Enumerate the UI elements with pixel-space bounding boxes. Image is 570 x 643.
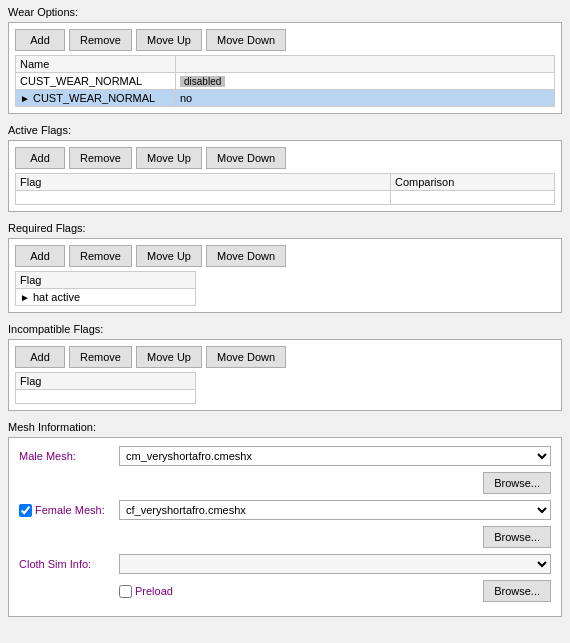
- cloth-sim-select[interactable]: [119, 554, 551, 574]
- incompatible-add-button[interactable]: Add: [15, 346, 65, 368]
- incompatible-remove-button[interactable]: Remove: [69, 346, 132, 368]
- wear-remove-button[interactable]: Remove: [69, 29, 132, 51]
- preload-checkbox[interactable]: [119, 585, 132, 598]
- wear-options-toolbar: Add Remove Move Up Move Down: [15, 29, 555, 51]
- incompatible-flags-toolbar: Add Remove Move Up Move Down: [15, 346, 555, 368]
- active-flags-table: Flag Comparison: [15, 173, 555, 205]
- required-col-flag: Flag: [16, 272, 196, 289]
- wear-options-label: Wear Options:: [8, 6, 562, 18]
- wear-moveup-button[interactable]: Move Up: [136, 29, 202, 51]
- incompatible-moveup-button[interactable]: Move Up: [136, 346, 202, 368]
- wear-options-section: Add Remove Move Up Move Down Name CUST_W…: [8, 22, 562, 114]
- female-browse-button[interactable]: Browse...: [483, 526, 551, 548]
- wear-row1-name: CUST_WEAR_NORMAL: [16, 73, 176, 90]
- incompatible-movedown-button[interactable]: Move Down: [206, 346, 286, 368]
- preload-browse-button[interactable]: Browse...: [483, 580, 551, 602]
- preload-label-text: Preload: [135, 585, 173, 597]
- required-flags-table: Flag ► hat active: [15, 271, 196, 306]
- male-mesh-select[interactable]: cm_veryshortafro.cmeshx: [119, 446, 551, 466]
- table-row[interactable]: ► hat active: [16, 289, 196, 306]
- required-row1-flag: ► hat active: [16, 289, 196, 306]
- female-mesh-select[interactable]: cf_veryshortafro.cmeshx: [119, 500, 551, 520]
- required-moveup-button[interactable]: Move Up: [136, 245, 202, 267]
- required-remove-button[interactable]: Remove: [69, 245, 132, 267]
- incompatible-flags-label: Incompatible Flags:: [8, 323, 562, 335]
- female-label-text: Female Mesh:: [35, 504, 105, 516]
- wear-add-button[interactable]: Add: [15, 29, 65, 51]
- required-flags-label: Required Flags:: [8, 222, 562, 234]
- wear-row1-status: disabled: [176, 73, 555, 90]
- female-mesh-checkbox[interactable]: [19, 504, 32, 517]
- wear-row2-arrow-name: ► CUST_WEAR_NORMAL: [16, 90, 176, 107]
- active-movedown-button[interactable]: Move Down: [206, 147, 286, 169]
- required-flags-toolbar: Add Remove Move Up Move Down: [15, 245, 555, 267]
- wear-row2-status: no: [176, 90, 555, 107]
- female-mesh-label: Female Mesh:: [19, 504, 119, 517]
- table-row: [16, 390, 196, 404]
- incompatible-col-flag: Flag: [16, 373, 196, 390]
- cloth-sim-label: Cloth Sim Info:: [19, 558, 119, 570]
- female-mesh-row: Female Mesh: cf_veryshortafro.cmeshx: [19, 500, 551, 520]
- male-browse-row: Browse...: [19, 472, 551, 494]
- required-flags-section: Add Remove Move Up Move Down Flag ► hat …: [8, 238, 562, 313]
- cloth-sim-row: Cloth Sim Info:: [19, 554, 551, 574]
- mesh-info-section: Male Mesh: cm_veryshortafro.cmeshx Brows…: [8, 437, 562, 617]
- female-browse-row: Browse...: [19, 526, 551, 548]
- active-col-flag: Flag: [16, 174, 391, 191]
- mesh-info-label: Mesh Information:: [8, 421, 562, 433]
- required-add-button[interactable]: Add: [15, 245, 65, 267]
- active-flags-label: Active Flags:: [8, 124, 562, 136]
- female-mesh-checkbox-label[interactable]: Female Mesh:: [19, 504, 119, 517]
- required-movedown-button[interactable]: Move Down: [206, 245, 286, 267]
- incompatible-flags-table: Flag: [15, 372, 196, 404]
- preload-row: Preload Browse...: [19, 580, 551, 602]
- table-row: [16, 191, 555, 205]
- male-mesh-label: Male Mesh:: [19, 450, 119, 462]
- wear-col-status: [176, 56, 555, 73]
- active-col-comparison: Comparison: [390, 174, 554, 191]
- male-mesh-row: Male Mesh: cm_veryshortafro.cmeshx: [19, 446, 551, 466]
- wear-options-table: Name CUST_WEAR_NORMAL disabled ► CUST_WE…: [15, 55, 555, 107]
- active-moveup-button[interactable]: Move Up: [136, 147, 202, 169]
- table-row[interactable]: CUST_WEAR_NORMAL disabled: [16, 73, 555, 90]
- incompatible-flags-section: Add Remove Move Up Move Down Flag: [8, 339, 562, 411]
- main-container: Wear Options: Add Remove Move Up Move Do…: [0, 0, 570, 623]
- active-flags-toolbar: Add Remove Move Up Move Down: [15, 147, 555, 169]
- active-remove-button[interactable]: Remove: [69, 147, 132, 169]
- wear-col-name: Name: [16, 56, 176, 73]
- active-flags-section: Add Remove Move Up Move Down Flag Compar…: [8, 140, 562, 212]
- male-browse-button[interactable]: Browse...: [483, 472, 551, 494]
- wear-movedown-button[interactable]: Move Down: [206, 29, 286, 51]
- preload-checkbox-label[interactable]: Preload: [119, 585, 173, 598]
- active-add-button[interactable]: Add: [15, 147, 65, 169]
- table-row[interactable]: ► CUST_WEAR_NORMAL no: [16, 90, 555, 107]
